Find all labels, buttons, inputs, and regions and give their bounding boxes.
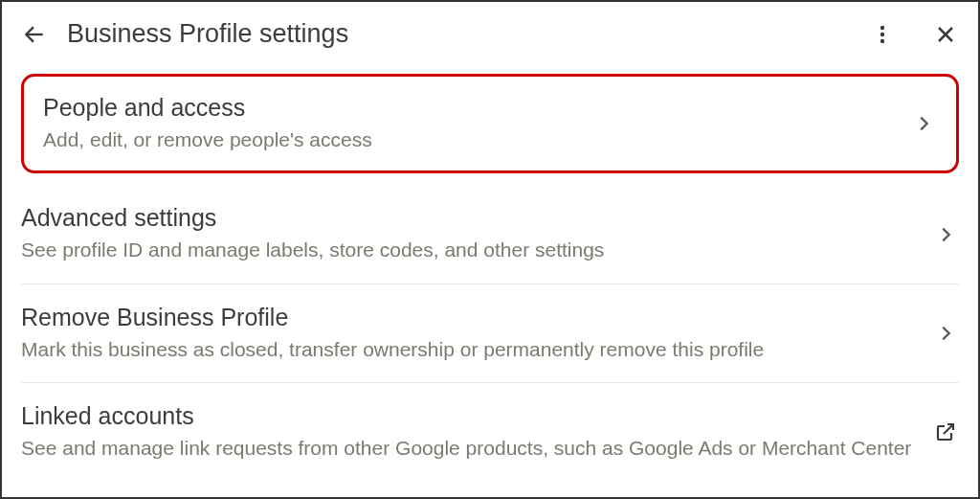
chevron-right-icon — [932, 221, 959, 248]
svg-point-2 — [880, 32, 884, 35]
settings-item-advanced[interactable]: Advanced settings See profile ID and man… — [21, 185, 959, 284]
item-text: Remove Business Profile Mark this busine… — [21, 304, 917, 363]
page-title: Business Profile settings — [67, 19, 850, 49]
item-description: Mark this business as closed, transfer o… — [21, 335, 917, 363]
settings-list: People and access Add, edit, or remove p… — [2, 74, 978, 482]
item-description: Add, edit, or remove people's access — [43, 125, 895, 153]
item-text: People and access Add, edit, or remove p… — [43, 94, 895, 153]
settings-item-linked-accounts[interactable]: Linked accounts See and manage link requ… — [21, 383, 959, 481]
header: Business Profile settings — [2, 2, 978, 66]
svg-line-6 — [944, 424, 953, 434]
item-title: People and access — [43, 94, 895, 122]
item-text: Linked accounts See and manage link requ… — [21, 402, 917, 462]
settings-item-remove-profile[interactable]: Remove Business Profile Mark this busine… — [21, 284, 959, 383]
item-description: See profile ID and manage labels, store … — [21, 236, 917, 263]
settings-item-people-access[interactable]: People and access Add, edit, or remove p… — [21, 74, 959, 173]
chevron-right-icon — [910, 110, 937, 137]
chevron-right-icon — [932, 320, 959, 347]
external-link-icon — [932, 419, 959, 445]
item-description: See and manage link requests from other … — [21, 434, 917, 462]
svg-point-3 — [880, 38, 884, 42]
item-title: Linked accounts — [21, 402, 917, 430]
back-arrow-icon[interactable] — [21, 21, 48, 48]
item-text: Advanced settings See profile ID and man… — [21, 204, 917, 263]
item-title: Advanced settings — [21, 204, 917, 232]
close-icon[interactable] — [932, 21, 959, 48]
svg-point-1 — [880, 25, 884, 29]
item-title: Remove Business Profile — [21, 304, 917, 331]
more-options-icon[interactable] — [869, 21, 896, 48]
